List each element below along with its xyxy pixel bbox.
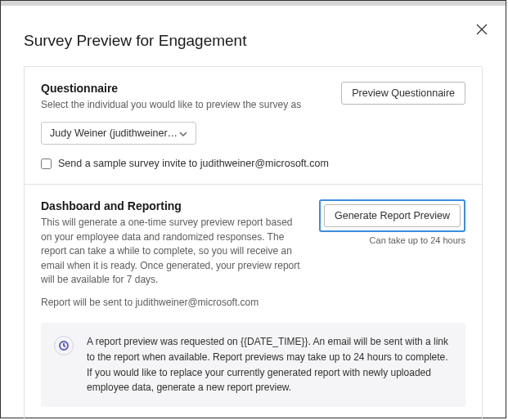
questionnaire-panel: Questionnaire Select the individual you … xyxy=(24,66,483,185)
info-banner-text: A report preview was requested on {{DATE… xyxy=(87,334,452,395)
send-sample-label: Send a sample survey invite to judithwei… xyxy=(58,158,329,169)
individual-dropdown-value: Judy Weiner (judithweiner… xyxy=(50,127,178,139)
clock-icon xyxy=(54,336,74,355)
dashboard-panel: Dashboard and Reporting This will genera… xyxy=(24,185,483,420)
generate-report-hint: Can take up to 24 hours xyxy=(370,235,465,245)
send-sample-checkbox[interactable] xyxy=(41,159,52,169)
info-banner: A report preview was requested on {{DATE… xyxy=(41,323,465,406)
chevron-down-icon xyxy=(179,129,187,137)
generate-report-highlight: Generate Report Preview xyxy=(319,199,465,232)
close-icon xyxy=(476,24,488,35)
preview-questionnaire-button[interactable]: Preview Questionnaire xyxy=(341,82,465,105)
individual-dropdown[interactable]: Judy Weiner (judithweiner… xyxy=(41,122,196,145)
dialog-title: Survey Preview for Engagement xyxy=(24,32,483,50)
send-sample-checkbox-row[interactable]: Send a sample survey invite to judithwei… xyxy=(41,158,465,169)
questionnaire-title: Questionnaire xyxy=(41,82,326,95)
dashboard-title: Dashboard and Reporting xyxy=(41,199,304,212)
dialog-window: Survey Preview for Engagement Questionna… xyxy=(0,0,506,418)
report-sent-to: Report will be sent to judithweiner@micr… xyxy=(41,297,465,308)
dialog-body: Survey Preview for Engagement Questionna… xyxy=(1,6,506,420)
dashboard-subtext: This will generate a one-time survey pre… xyxy=(41,216,304,287)
questionnaire-subtext: Select the individual you would like to … xyxy=(41,98,326,112)
close-button[interactable] xyxy=(476,24,489,37)
generate-report-button[interactable]: Generate Report Preview xyxy=(324,204,461,227)
